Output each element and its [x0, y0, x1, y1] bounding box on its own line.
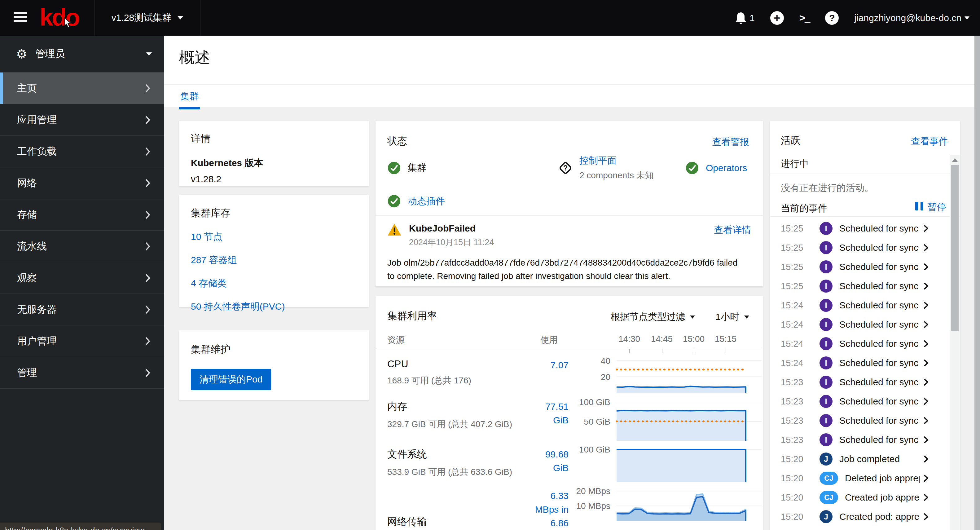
brand-logo[interactable]: kdo — [40, 2, 79, 33]
resource-kind-badge-I: I — [819, 357, 832, 369]
resource-kind-badge-I: I — [819, 222, 832, 235]
sidebar-item-流水线[interactable]: 流水线 — [0, 231, 164, 262]
page-scrollbar[interactable] — [974, 36, 980, 530]
event-row[interactable]: 15:24IScheduled for sync — [781, 315, 929, 334]
event-message: Scheduled for sync — [839, 262, 920, 272]
gear-icon: ⚙ — [16, 48, 27, 60]
event-row[interactable]: 15:24IScheduled for sync — [781, 334, 929, 353]
view-details-link[interactable]: 查看详情 — [714, 224, 751, 237]
status-unknown-icon: ? — [558, 161, 573, 175]
usage-cell: 6.33 MBps in6.86 MBps out — [530, 487, 568, 530]
inventory-link[interactable]: 4 存储类 — [191, 277, 357, 290]
svg-text:?: ? — [563, 164, 568, 172]
sidebar-item-观察[interactable]: 观察 — [0, 262, 164, 294]
pause-events-button[interactable]: 暂停 — [915, 201, 946, 213]
event-message: Scheduled for sync — [839, 300, 920, 310]
usage-value-link[interactable]: 99.68 GiB — [530, 447, 568, 475]
event-row[interactable]: 15:20CJCreated job apprepo-k... — [781, 488, 929, 507]
usage-value-link[interactable]: 6.86 MBps out — [530, 516, 568, 530]
terminal-icon: >_ — [799, 12, 810, 24]
resource-kind-badge-I: I — [819, 318, 832, 331]
event-row[interactable]: 15:25IScheduled for sync — [781, 277, 929, 296]
event-row[interactable]: 15:24IScheduled for sync — [781, 353, 929, 372]
sidebar-item-存储[interactable]: 存储 — [0, 199, 164, 231]
inventory-link[interactable]: 50 持久性卷声明(PVC) — [191, 300, 357, 313]
event-time: 15:23 — [781, 396, 819, 407]
event-list: 15:25IScheduled for sync15:25IScheduled … — [781, 219, 929, 526]
time-range-dropdown[interactable]: 1小时 — [715, 310, 749, 323]
chevron-right-icon — [923, 417, 929, 425]
event-row[interactable]: 15:20JCreated pod: apprepo-k... — [781, 507, 929, 526]
scrollbar-thumb[interactable] — [951, 165, 959, 331]
perspective-switcher[interactable]: ⚙ 管理员 — [0, 36, 164, 73]
status-resource-link[interactable]: 控制平面 — [579, 155, 617, 166]
event-row[interactable]: 15:20JJob completed — [781, 449, 929, 469]
event-time: 15:25 — [781, 243, 819, 253]
event-row[interactable]: 15:24IScheduled for sync — [781, 296, 929, 315]
event-row[interactable]: 15:23IScheduled for sync — [781, 372, 929, 392]
event-message: Scheduled for sync — [839, 396, 920, 407]
event-message: Scheduled for sync — [839, 339, 920, 349]
caret-down-icon — [178, 16, 183, 19]
utilization-card-title: 集群利用率 — [387, 309, 437, 323]
svg-text:10 MBps: 10 MBps — [576, 501, 611, 511]
sidebar-item-主页[interactable]: 主页 — [0, 73, 164, 104]
resource-availability: 329.7 GiB 可用 (总共 407.2 GiB) — [387, 419, 530, 430]
sidebar-item-无服务器[interactable]: 无服务器 — [0, 294, 164, 325]
event-row[interactable]: 15:25IScheduled for sync — [781, 238, 929, 257]
view-events-link[interactable]: 查看事件 — [911, 135, 948, 148]
event-row[interactable]: 15:23IScheduled for sync — [781, 430, 929, 449]
event-time: 15:23 — [781, 435, 819, 445]
node-type-filter-dropdown[interactable]: 根据节点类型过滤 — [611, 310, 695, 323]
svg-text:20 MBps: 20 MBps — [576, 486, 611, 496]
sidebar-item-label: 流水线 — [17, 240, 47, 253]
event-row[interactable]: 15:23IScheduled for sync — [781, 392, 929, 411]
scroll-up-icon[interactable] — [952, 158, 958, 162]
inventory-link[interactable]: 287 容器组 — [191, 254, 357, 267]
cluster-selector[interactable]: v1.28测试集群 — [94, 0, 200, 36]
sidebar-item-工作负载[interactable]: 工作负载 — [0, 136, 164, 167]
sidebar-item-网络[interactable]: 网络 — [0, 167, 164, 199]
user-menu[interactable]: jiangzhiyong@kube-do.cn — [854, 13, 969, 23]
resource-availability: 168.9 可用 (总共 176) — [387, 375, 530, 387]
sidebar-nav-list: 主页应用管理工作负载网络存储流水线观察无服务器用户管理管理 — [0, 73, 164, 389]
status-item-集群: 集群 — [387, 154, 558, 181]
menu-icon[interactable] — [14, 11, 29, 25]
event-row[interactable]: 15:25IScheduled for sync — [781, 257, 929, 277]
usage-value-link[interactable]: 7.07 — [530, 358, 568, 372]
event-row[interactable]: 15:20CJDeleted job apprepo-k... — [781, 469, 929, 488]
divider — [770, 173, 960, 174]
add-button[interactable]: + — [770, 11, 784, 25]
chevron-right-icon — [145, 147, 151, 156]
help-button[interactable]: ? — [825, 11, 839, 25]
events-scrollbar[interactable] — [950, 155, 959, 530]
notifications-button[interactable]: 1 — [735, 12, 755, 24]
clean-error-pods-button[interactable]: 清理错误的Pod — [191, 369, 271, 390]
alert-message: Job olm/25b77afdcc8add0a4877fde76d73bd72… — [387, 256, 740, 283]
caret-down-icon — [690, 315, 695, 318]
tab-cluster[interactable]: 集群 — [179, 88, 200, 110]
sidebar-item-管理[interactable]: 管理 — [0, 357, 164, 389]
usage-value-link[interactable]: 77.51 GiB — [530, 400, 568, 427]
status-resource-link[interactable]: Operators — [706, 163, 747, 173]
event-row[interactable]: 15:25IScheduled for sync — [781, 219, 929, 238]
status-item-动态插件: 动态插件 — [387, 189, 558, 213]
resource-kind-badge-I: I — [819, 376, 832, 389]
chevron-right-icon — [923, 397, 929, 406]
sidebar-item-应用管理[interactable]: 应用管理 — [0, 104, 164, 136]
usage-value-link[interactable]: 6.33 MBps in — [530, 489, 568, 516]
terminal-button[interactable]: >_ — [799, 12, 810, 24]
axis-tick — [629, 349, 630, 353]
sidebar-item-用户管理[interactable]: 用户管理 — [0, 325, 164, 357]
svg-text:20: 20 — [601, 372, 610, 382]
view-alerts-link[interactable]: 查看警报 — [712, 136, 749, 148]
event-row[interactable]: 15:23IScheduled for sync — [781, 411, 929, 430]
resource-name: CPU — [387, 358, 530, 370]
status-resource-link[interactable]: 动态插件 — [408, 196, 445, 206]
event-time: 15:24 — [781, 320, 819, 330]
svg-text:40: 40 — [601, 356, 610, 366]
event-time: 15:25 — [781, 281, 819, 291]
kubernetes-version-label: Kubernetes 版本 — [191, 157, 357, 170]
inventory-link[interactable]: 10 节点 — [191, 231, 357, 243]
tab-bar: 集群 — [164, 84, 980, 107]
